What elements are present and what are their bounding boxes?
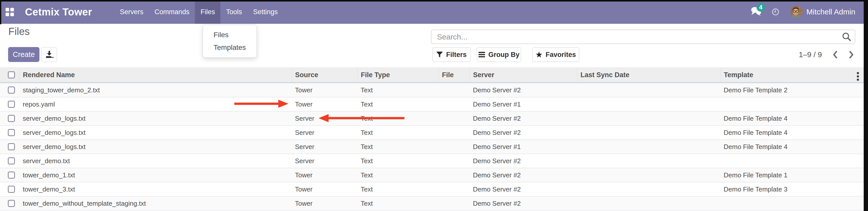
cell-server[interactable]: Demo Server #2 xyxy=(470,182,577,196)
cell-file-type[interactable]: Text xyxy=(358,140,439,154)
cell-server[interactable]: Demo Server #2 xyxy=(470,125,577,140)
cell-last-sync-date[interactable] xyxy=(577,168,720,182)
cell-file[interactable] xyxy=(439,97,470,111)
cell-file[interactable] xyxy=(439,140,470,154)
cell-template[interactable]: Demo File Template 2 xyxy=(720,83,864,97)
cell-file-type[interactable]: Text xyxy=(358,196,439,210)
cell-file[interactable] xyxy=(439,83,470,97)
search-input[interactable] xyxy=(431,30,855,44)
cell-server[interactable]: Demo Server #1 xyxy=(470,140,577,154)
cell-source[interactable]: Server xyxy=(292,140,358,154)
cell-last-sync-date[interactable] xyxy=(577,140,720,154)
cell-last-sync-date[interactable] xyxy=(577,196,720,210)
create-button[interactable]: Create xyxy=(8,47,39,62)
cell-file-type[interactable]: Text xyxy=(358,111,439,125)
cell-file[interactable] xyxy=(439,125,470,140)
cell-file[interactable] xyxy=(439,111,470,125)
cell-rendered-name[interactable]: tower_demo_3.txt xyxy=(20,182,292,196)
cell-file-type[interactable]: Text xyxy=(358,182,439,196)
table-row[interactable]: tower_demo_1.txt Tower Text Demo Server … xyxy=(0,168,864,182)
table-row[interactable]: server_demo_logs.txt Server Text Demo Se… xyxy=(0,140,864,154)
cell-source[interactable]: Tower xyxy=(292,168,358,182)
table-row[interactable]: staging_tower_demo_2.txt Tower Text Demo… xyxy=(0,83,864,97)
dropdown-item-files[interactable]: Files xyxy=(203,29,256,41)
row-checkbox[interactable] xyxy=(8,101,15,108)
cell-source[interactable]: Server xyxy=(292,111,358,125)
cell-rendered-name[interactable]: server_demo_logs.txt xyxy=(20,111,292,125)
cell-file[interactable] xyxy=(439,154,470,168)
col-source[interactable]: Source xyxy=(292,68,358,83)
cell-server[interactable]: Demo Server #2 xyxy=(470,111,577,125)
col-last-sync-date[interactable]: Last Sync Date xyxy=(577,68,720,83)
cell-last-sync-date[interactable] xyxy=(577,83,720,97)
dropdown-item-templates[interactable]: Templates xyxy=(203,41,256,54)
cell-template[interactable] xyxy=(720,196,864,210)
cell-last-sync-date[interactable] xyxy=(577,154,720,168)
col-rendered-name[interactable]: Rendered Name xyxy=(20,68,292,83)
user-menu[interactable]: Mitchell Admin xyxy=(807,8,855,16)
nav-item-servers[interactable]: Servers xyxy=(114,0,149,24)
cell-rendered-name[interactable]: server_demo_logs.txt xyxy=(20,125,292,140)
cell-last-sync-date[interactable] xyxy=(577,182,720,196)
cell-last-sync-date[interactable] xyxy=(577,111,720,125)
table-row[interactable]: server_demo_logs.txt Server Text Demo Se… xyxy=(0,125,864,140)
optional-columns-icon[interactable] xyxy=(857,72,859,81)
table-row[interactable]: server_demo.txt Server Text Demo Server … xyxy=(0,154,864,168)
nav-item-files[interactable]: Files xyxy=(195,0,220,24)
cell-file[interactable] xyxy=(439,168,470,182)
cell-template[interactable]: Demo File Template 3 xyxy=(720,182,864,196)
cell-file[interactable] xyxy=(439,196,470,210)
search-icon[interactable] xyxy=(842,32,851,42)
row-checkbox[interactable] xyxy=(8,186,15,193)
cell-rendered-name[interactable]: tower_demo_without_template_staging.txt xyxy=(20,196,292,210)
row-checkbox[interactable] xyxy=(8,157,15,164)
pager-range[interactable]: 1–9 / 9 xyxy=(799,50,822,59)
cell-rendered-name[interactable]: staging_tower_demo_2.txt xyxy=(20,83,292,97)
filters-button[interactable]: Filters xyxy=(432,47,471,62)
table-row[interactable]: repos.yaml Tower Text Demo Server #1 xyxy=(0,97,864,111)
avatar[interactable] xyxy=(790,6,803,18)
row-checkbox[interactable] xyxy=(8,200,15,207)
col-file[interactable]: File xyxy=(439,68,470,83)
cell-server[interactable]: Demo Server #2 xyxy=(470,168,577,182)
cell-template[interactable] xyxy=(720,154,864,168)
cell-source[interactable]: Server xyxy=(292,125,358,140)
cell-template[interactable]: Demo File Template 4 xyxy=(720,125,864,140)
nav-item-tools[interactable]: Tools xyxy=(220,0,247,24)
cell-server[interactable]: Demo Server #2 xyxy=(470,154,577,168)
cell-source[interactable]: Tower xyxy=(292,196,358,210)
table-row[interactable]: tower_demo_without_template_staging.txt … xyxy=(0,196,864,210)
cell-template[interactable] xyxy=(720,97,864,111)
row-checkbox[interactable] xyxy=(8,115,15,122)
cell-file-type[interactable]: Text xyxy=(358,83,439,97)
cell-file-type[interactable]: Text xyxy=(358,154,439,168)
cell-template[interactable]: Demo File Template 1 xyxy=(720,168,864,182)
row-checkbox[interactable] xyxy=(8,87,15,94)
table-row[interactable]: tower_demo_3.txt Tower Text Demo Server … xyxy=(0,182,864,196)
cell-last-sync-date[interactable] xyxy=(577,125,720,140)
cell-template[interactable]: Demo File Template 4 xyxy=(720,111,864,125)
cell-rendered-name[interactable]: repos.yaml xyxy=(20,97,292,111)
select-all-checkbox[interactable] xyxy=(8,71,15,79)
cell-template[interactable]: Demo File Template 4 xyxy=(720,140,864,154)
col-server[interactable]: Server xyxy=(470,68,577,83)
favorites-button[interactable]: ★ Favorites xyxy=(532,47,579,62)
cell-source[interactable]: Server xyxy=(292,154,358,168)
pager-next-button[interactable] xyxy=(848,50,854,59)
cell-rendered-name[interactable]: server_demo.txt xyxy=(20,154,292,168)
cell-file-type[interactable]: Text xyxy=(358,168,439,182)
nav-item-settings[interactable]: Settings xyxy=(247,0,283,24)
nav-item-commands[interactable]: Commands xyxy=(149,0,195,24)
apps-grid-icon[interactable] xyxy=(6,8,14,16)
cell-source[interactable]: Tower xyxy=(292,182,358,196)
row-checkbox[interactable] xyxy=(8,143,15,150)
cell-file[interactable] xyxy=(439,182,470,196)
cell-server[interactable]: Demo Server #2 xyxy=(470,196,577,210)
pager-previous-button[interactable] xyxy=(832,50,838,59)
export-button[interactable] xyxy=(41,47,57,62)
col-template[interactable]: Template xyxy=(720,68,864,83)
cell-rendered-name[interactable]: tower_demo_1.txt xyxy=(20,168,292,182)
cell-file-type[interactable]: Text xyxy=(358,125,439,140)
cell-server[interactable]: Demo Server #2 xyxy=(470,83,577,97)
activities-menu[interactable] xyxy=(772,8,779,16)
